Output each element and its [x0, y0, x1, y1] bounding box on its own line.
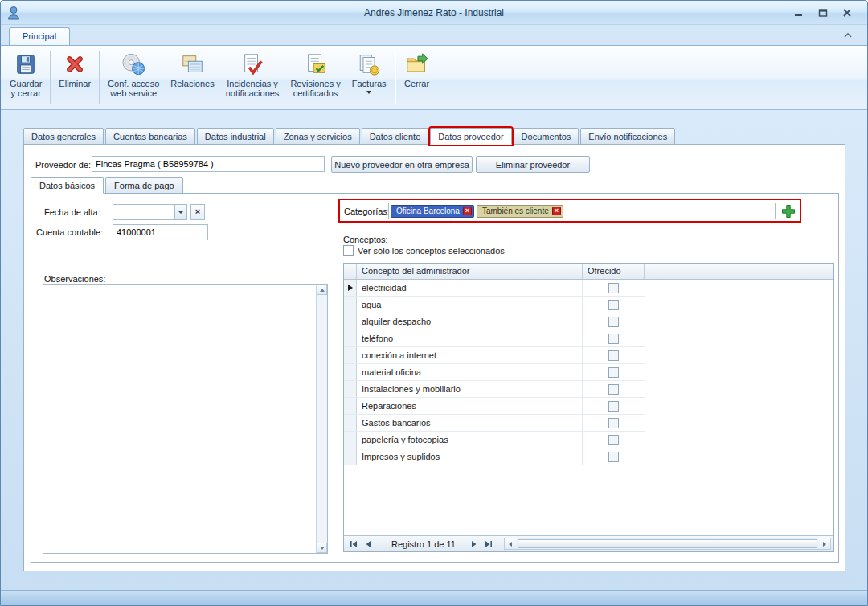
chip-remove-icon[interactable]: ×	[552, 207, 561, 215]
close-window-button[interactable]: Cerrar	[398, 49, 436, 107]
add-category-button[interactable]	[780, 203, 796, 219]
ofrecido-checkbox[interactable]	[608, 384, 619, 395]
tab-documentos[interactable]: Documentos	[514, 128, 579, 145]
ofrecido-checkbox[interactable]	[608, 401, 619, 412]
fecha-alta-clear-button[interactable]: ×	[190, 204, 205, 220]
save-and-close-button[interactable]: Guardar y cerrar	[4, 49, 47, 107]
scroll-left-arrow-icon[interactable]	[505, 538, 517, 549]
table-row[interactable]: Instalaciones y mobiliario	[344, 381, 645, 398]
categorias-label: Categorías:	[344, 206, 390, 217]
table-row[interactable]: material oficina	[344, 364, 645, 381]
first-record-button[interactable]	[347, 538, 360, 550]
nuevo-proveedor-button[interactable]: Nuevo proveedor en otra empresa	[331, 156, 473, 173]
minimize-button[interactable]	[792, 6, 806, 19]
next-record-button[interactable]	[468, 538, 481, 550]
tab-datos-cliente[interactable]: Datos cliente	[362, 128, 429, 145]
ofrecido-checkbox[interactable]	[608, 334, 619, 344]
combo-dropdown-button[interactable]	[174, 205, 186, 219]
ofrecido-checkbox[interactable]	[608, 435, 619, 445]
concept-cell: conexión a internet	[357, 347, 583, 363]
titlebar: Andres Jimenez Rato - Industrial	[1, 1, 867, 25]
category-chip[interactable]: También es cliente ×	[477, 205, 563, 218]
webservice-access-button[interactable]: Conf. acceso web service	[102, 49, 165, 107]
app-window: Andres Jimenez Rato - Industrial Princip…	[0, 0, 868, 606]
table-row[interactable]: Gastos bancarios	[344, 415, 645, 432]
tab-datos-industrial[interactable]: Datos industrial	[197, 128, 274, 145]
ribbon-tab-row: Principal	[1, 25, 867, 45]
toolbar-separator	[50, 51, 51, 104]
button-label-line: notificaciones	[226, 88, 280, 98]
previous-record-button[interactable]	[362, 538, 375, 550]
table-row[interactable]: electricidad	[344, 280, 645, 297]
last-record-button[interactable]	[482, 538, 495, 550]
ofrecido-checkbox[interactable]	[608, 300, 619, 310]
chip-remove-icon[interactable]: ×	[463, 207, 472, 215]
observaciones-textarea[interactable]	[43, 284, 328, 554]
close-button[interactable]	[840, 6, 854, 19]
current-row-arrow-icon	[348, 285, 353, 291]
tab-zonas-servicios[interactable]: Zonas y servicios	[276, 128, 360, 145]
row-indicator	[344, 297, 357, 313]
ribbon-tab-principal[interactable]: Principal	[9, 27, 70, 45]
concept-cell: papelería y fotocopias	[357, 432, 583, 448]
cuenta-contable-input[interactable]	[113, 224, 208, 240]
scroll-down-arrow-icon[interactable]	[317, 543, 327, 553]
category-chip[interactable]: Oficina Barcelona ×	[391, 205, 474, 218]
filter-row: Ver sólo los conceptos seleccionados	[343, 245, 505, 256]
button-label-line: Incidencias y	[227, 79, 278, 88]
proveedor-de-label: Proveedor de:	[35, 159, 91, 170]
scroll-right-arrow-icon[interactable]	[818, 538, 830, 549]
ofrecido-checkbox[interactable]	[608, 452, 619, 462]
header-filler	[645, 264, 833, 279]
record-counter: Registro 1 de 11	[391, 539, 456, 549]
tab-cuentas-bancarias[interactable]: Cuentas bancarias	[105, 128, 195, 145]
scroll-up-arrow-icon[interactable]	[317, 285, 327, 295]
page-tab-strip: Datos generales Cuentas bancarias Datos …	[23, 128, 675, 145]
table-row[interactable]: agua	[344, 297, 645, 313]
horizontal-scrollbar[interactable]	[504, 538, 831, 550]
table-row[interactable]: Reparaciones	[344, 398, 645, 415]
delete-button[interactable]: Eliminar	[53, 49, 96, 107]
ofrecido-checkbox[interactable]	[608, 283, 619, 293]
row-indicator	[344, 280, 357, 296]
ofrecido-cell	[583, 297, 645, 313]
revisions-certificates-button[interactable]: Revisiones y certificados	[285, 49, 346, 107]
proveedor-input[interactable]	[92, 156, 325, 172]
restore-button[interactable]	[816, 6, 830, 19]
ofrecido-checkbox[interactable]	[608, 367, 619, 378]
ofrecido-checkbox[interactable]	[608, 418, 619, 428]
ver-solo-label: Ver sólo los conceptos seleccionados	[358, 246, 505, 256]
tab-datos-proveedor[interactable]: Datos proveedor	[430, 128, 511, 145]
button-label-line: Facturas	[352, 79, 387, 88]
ver-solo-checkbox[interactable]	[343, 245, 354, 256]
incidents-notifications-button[interactable]: Incidencias y notificaciones	[220, 49, 285, 107]
tab-forma-de-pago[interactable]: Forma de pago	[105, 177, 183, 194]
row-indicator	[344, 448, 357, 465]
index-cards-icon	[181, 52, 205, 76]
tab-envio-notificaciones[interactable]: Envío notificaciones	[580, 128, 675, 145]
table-row[interactable]: alquiler despacho	[344, 313, 645, 330]
table-row[interactable]: Impresos y suplidos	[344, 448, 645, 465]
scrollbar-thumb[interactable]	[518, 539, 817, 548]
eliminar-proveedor-button[interactable]: Eliminar proveedor	[476, 156, 590, 173]
table-row[interactable]: papelería y fotocopias	[344, 432, 645, 448]
relations-button[interactable]: Relaciones	[165, 49, 219, 107]
ofrecido-checkbox[interactable]	[608, 317, 619, 327]
table-row[interactable]: conexión a internet	[344, 347, 645, 364]
concept-cell: Impresos y suplidos	[357, 448, 583, 465]
tab-datos-generales[interactable]: Datos generales	[23, 128, 104, 145]
categorias-field[interactable]: Oficina Barcelona × También es cliente ×	[388, 203, 776, 219]
ofrecido-checkbox[interactable]	[608, 350, 619, 361]
invoices-dropdown-button[interactable]: Facturas	[346, 49, 392, 107]
observaciones-scrollbar[interactable]	[316, 285, 327, 553]
datos-proveedor-panel: Proveedor de: Nuevo proveedor en otra em…	[23, 144, 845, 571]
ribbon-collapse-chevron-icon[interactable]	[840, 29, 856, 42]
header-row-indicator	[344, 264, 357, 279]
header-concepto[interactable]: Concepto del administrador	[357, 264, 583, 279]
table-row[interactable]: teléfono	[344, 330, 645, 347]
row-indicator	[344, 432, 357, 448]
header-ofrecido[interactable]: Ofrecido	[583, 264, 645, 279]
concept-cell: Gastos bancarios	[357, 415, 583, 431]
fecha-alta-combobox[interactable]	[113, 204, 187, 220]
tab-datos-basicos[interactable]: Datos básicos	[31, 177, 104, 194]
